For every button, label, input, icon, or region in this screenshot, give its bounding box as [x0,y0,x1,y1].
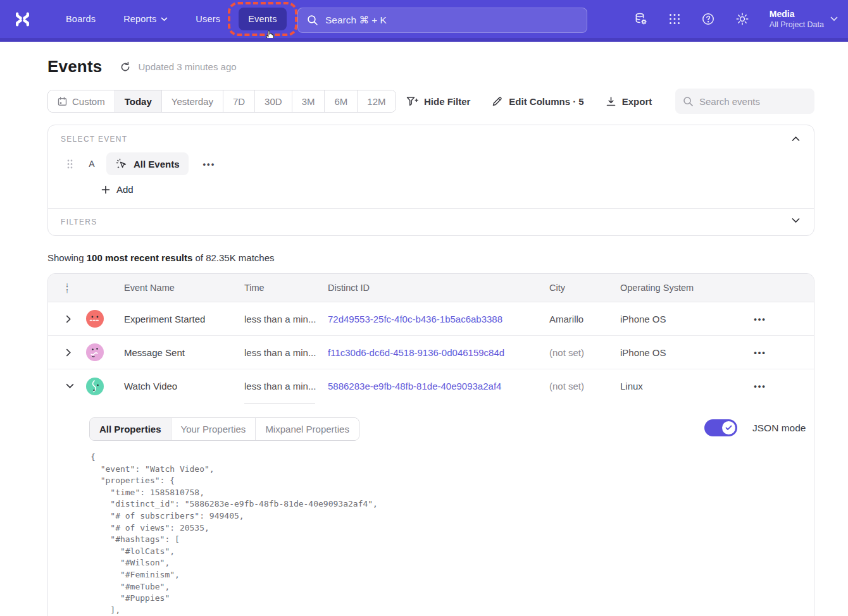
date-option-7d[interactable]: 7D [223,90,254,112]
refresh-button[interactable] [120,61,131,73]
distinct-id-link[interactable]: 5886283e-e9fb-48fb-81de-40e9093a2af4 [319,381,540,391]
magic-cursor-icon [115,157,128,170]
chevron-down-icon [830,16,838,22]
collapse-select-event-button[interactable] [789,133,802,144]
tab-your-properties[interactable]: Your Properties [171,418,256,440]
event-city: Amarillo [540,314,611,324]
nav-item-events[interactable]: Events [239,8,287,30]
plus-icon [101,185,110,194]
results-count: 100 most recent results [87,252,193,263]
project-selector[interactable]: Media All Project Data [770,8,838,30]
event-selector-button[interactable]: All Events [106,152,189,175]
nav-item-label: Users [196,14,220,24]
divider [244,403,315,403]
card-divider [48,208,814,209]
row-more-button[interactable]: ••• [749,312,771,326]
column-header-distinct-id[interactable]: Distinct ID [319,283,540,293]
apps-grid-icon[interactable] [668,13,681,25]
export-button[interactable]: Export [606,96,652,107]
event-name: Message Sent [115,347,235,358]
last-updated-text: Updated 3 minutes ago [138,61,236,72]
edit-columns-button[interactable]: Edit Columns · 5 [492,95,583,107]
hide-filter-button[interactable]: Hide Filter [406,96,470,107]
collapse-row-icon[interactable] [63,381,86,391]
event-time: less than a min... [235,314,319,324]
event-row-more-button[interactable]: ••• [199,157,220,171]
nav-item-reports[interactable]: Reports [114,8,177,30]
date-option-30d[interactable]: 30D [254,90,292,112]
nav-bottom-strip [0,38,848,42]
column-header-city[interactable]: City [540,283,611,293]
download-icon [606,96,616,107]
query-builder-card: SELECT EVENT A All Events ••• Add FILTER… [47,125,814,236]
distinct-id-link[interactable]: f11c30d6-dc6d-4518-9136-0d046159c84d [319,347,540,358]
date-option-label: Today [125,96,152,107]
row-more-button[interactable]: ••• [749,379,771,393]
global-search-placeholder: Search ⌘ + K [325,15,387,26]
filter-icon [406,96,418,107]
event-selector-label: All Events [134,159,180,169]
events-search-input[interactable] [699,96,801,107]
project-text: Media All Project Data [770,8,824,30]
nav-item-boards[interactable]: Boards [56,8,105,30]
toggle-knob [722,421,735,434]
results-suffix: of 82.35K matches [192,252,274,263]
distinct-id-link[interactable]: 72d49553-25fc-4f0c-b436-1b5ac6ab3388 [319,314,540,324]
drag-handle[interactable] [67,159,73,169]
nav-item-label: Boards [66,14,96,24]
column-header-os[interactable]: Operating System [611,283,706,293]
json-mode-toggle[interactable] [704,419,737,436]
event-avatar [86,378,104,395]
table-row: Experiment Started less than a min... 72… [48,302,814,336]
column-header-event-name[interactable]: Event Name [115,283,235,293]
column-header-time[interactable]: Time [235,283,319,293]
project-scope: All Project Data [770,20,824,30]
date-option-yesterday[interactable]: Yesterday [161,90,223,112]
date-option-custom[interactable]: Custom [48,90,115,112]
date-option-label: Yesterday [171,96,213,107]
date-option-label: 6M [334,96,347,107]
hide-filter-label: Hide Filter [424,96,470,107]
tab-label: Your Properties [181,424,246,434]
date-option-3m[interactable]: 3M [292,90,325,112]
edit-columns-label: Edit Columns · 5 [509,96,583,107]
check-icon [725,425,732,431]
tab-all-properties[interactable]: All Properties [90,418,171,440]
calendar-icon [58,97,67,106]
collapse-all-rows-icon[interactable]: ↓↑ [62,282,72,293]
add-event-button[interactable]: Add [101,184,134,195]
date-option-6m[interactable]: 6M [324,90,357,112]
table-row: Message Sent less than a min... f11c30d6… [48,336,814,369]
top-navigation: Boards Reports Users Events Search ⌘ + K [0,0,848,38]
tab-mixpanel-properties[interactable]: Mixpanel Properties [255,418,359,440]
row-more-button[interactable]: ••• [749,345,771,360]
help-icon[interactable] [701,12,715,26]
filters-label: FILTERS [61,218,97,226]
nav-item-label: Events [248,14,277,24]
mixpanel-logo-icon[interactable] [14,12,31,27]
expand-row-icon[interactable] [63,346,86,359]
expand-row-icon[interactable] [63,312,86,326]
event-avatar [86,310,104,328]
event-name: Watch Video [115,381,235,391]
chevron-down-icon [792,218,800,223]
expand-filters-button[interactable] [789,215,802,226]
data-management-icon[interactable] [634,12,648,26]
global-search[interactable]: Search ⌘ + K [297,8,587,33]
date-option-label: 30D [265,96,282,107]
results-summary: Showing 100 most recent results of 82.35… [47,252,275,263]
event-time: less than a min... [235,381,319,391]
date-option-12m[interactable]: 12M [357,90,395,112]
search-icon [307,15,318,26]
settings-gear-icon[interactable] [735,12,749,26]
page-title: Events [47,57,102,77]
nav-item-users[interactable]: Users [186,8,230,30]
events-table: ↓↑ Event Name Time Distinct ID City Oper… [47,273,814,616]
chevron-down-icon [161,17,168,22]
event-city: (not set) [540,347,611,358]
date-option-today[interactable]: Today [115,90,161,112]
event-row-letter: A [87,159,97,169]
event-time: less than a min... [235,347,319,358]
nav-menu: Boards Reports Users Events [56,8,287,30]
add-label: Add [116,184,134,195]
